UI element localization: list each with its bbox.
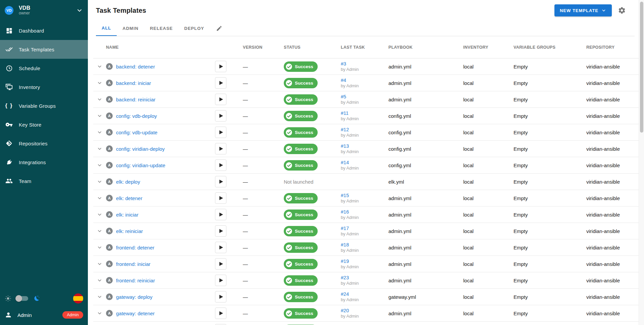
task-link[interactable]: #11 [341,110,359,116]
language-flag-spain[interactable] [73,293,83,304]
run-template-button[interactable] [215,77,226,89]
template-name-link[interactable]: backend: iniciar [116,80,151,86]
expand-row-button[interactable] [93,261,106,267]
task-link[interactable]: #18 [341,242,359,248]
play-icon [219,81,223,85]
template-name-link[interactable]: elk: reiniciar [116,228,143,234]
run-template-button[interactable] [215,192,226,204]
expand-row-button[interactable] [93,96,106,102]
run-template-button[interactable] [215,308,226,319]
run-template-button[interactable] [215,176,226,187]
sidebar-item-repositories[interactable]: Repositories [0,134,88,153]
sidebar-item-integrations[interactable]: Integrations [0,153,88,172]
user-menu[interactable]: Admin Admin [0,307,88,325]
run-template-button[interactable] [215,258,226,270]
expand-row-button[interactable] [93,228,106,234]
run-template-button[interactable] [215,225,226,237]
template-name-link[interactable]: elk: deploy [116,179,140,185]
expand-row-button[interactable] [93,294,106,300]
expand-row-button[interactable] [93,162,106,168]
sidebar-item-dashboard[interactable]: Dashboard [0,21,88,40]
template-name-link[interactable]: frontend: reiniciar [116,278,155,283]
template-name-link[interactable]: gateway: deploy [116,294,152,300]
task-link[interactable]: #12 [341,127,359,133]
task-link[interactable]: #14 [341,160,359,166]
task-link[interactable]: #19 [341,259,359,264]
template-name-link[interactable]: frontend: iniciar [116,261,151,267]
template-name-link[interactable]: elk: iniciar [116,212,139,218]
task-link[interactable]: #4 [341,78,359,83]
expand-row-button[interactable] [93,63,106,69]
expand-row-button[interactable] [93,179,106,185]
task-link[interactable]: #13 [341,143,359,149]
run-template-button[interactable] [215,275,226,286]
tab-deploy[interactable]: DEPLOY [178,21,210,36]
task-link[interactable]: #20 [341,308,359,314]
variable-groups-cell: Empty [514,97,586,102]
task-link[interactable]: #17 [341,226,359,231]
tab-all[interactable]: ALL [96,21,117,36]
ansible-app-icon: A [106,310,113,317]
sidebar-item-inventory[interactable]: Inventory [0,78,88,96]
template-name-link[interactable]: config: vdb-update [116,130,157,135]
expand-row-button[interactable] [93,146,106,152]
status-badge-label: Success [295,196,313,201]
template-name-link[interactable]: config: vdb-deploy [116,113,157,119]
template-name-link[interactable]: backend: reiniciar [116,97,156,102]
expand-row-button[interactable] [93,310,106,316]
expand-row-button[interactable] [93,195,106,201]
expand-row-button[interactable] [93,80,106,86]
expand-row-button[interactable] [93,244,106,250]
template-name-link[interactable]: config: viridian-update [116,162,165,168]
run-template-button[interactable] [215,61,226,72]
task-author: by Admin [341,264,359,270]
run-template-button[interactable] [215,242,226,253]
table-row: A backend: detener — Success [93,58,639,75]
run-template-button[interactable] [215,209,226,220]
run-template-button[interactable] [215,127,226,138]
sidebar-item-task-templates[interactable]: Task Templates [0,40,88,59]
template-name-link[interactable]: frontend: detener [116,245,154,250]
run-template-button[interactable] [215,94,226,105]
template-name-link[interactable]: backend: detener [116,64,155,69]
sidebar-item-key-store[interactable]: Key Store [0,115,88,134]
run-template-button[interactable] [215,143,226,154]
sidebar-item-team[interactable]: Team [0,172,88,190]
vertical-scrollbar[interactable] [639,0,644,325]
template-name-link[interactable]: gateway: detener [116,311,155,316]
settings-button[interactable] [618,6,626,14]
version-cell: — [243,80,284,86]
task-link[interactable]: #16 [341,209,359,215]
expand-row-button[interactable] [93,113,106,119]
template-name-link[interactable]: elk: detener [116,195,142,201]
tab-release[interactable]: RELEASE [144,21,178,36]
ansible-app-icon-letter: A [108,196,111,200]
tab-admin[interactable]: ADMIN [117,21,144,36]
scrollbar-thumb[interactable] [640,2,643,133]
new-template-button[interactable]: NEW TEMPLATE [554,4,612,16]
sidebar-item-variable-groups[interactable]: { } Variable Groups [0,96,88,115]
task-link[interactable]: #24 [341,291,359,297]
task-link[interactable]: #15 [341,193,359,198]
edit-views-button[interactable] [210,21,228,36]
template-name-link[interactable]: config: viridian-deploy [116,146,165,152]
run-template-button[interactable] [215,159,226,171]
repository-cell: viridian-ansible [586,228,639,234]
expand-row-button[interactable] [93,277,106,283]
dark-mode-toggle[interactable] [16,296,28,301]
chevron-down-icon [97,212,103,218]
task-link[interactable]: #3 [341,61,359,67]
toggle-knob[interactable] [15,295,22,302]
status-badge-label: Success [295,262,313,267]
expand-row-button[interactable] [93,129,106,135]
run-template-button[interactable] [215,291,226,303]
project-switcher[interactable]: VD VDB owner [0,0,88,21]
task-link[interactable]: #23 [341,275,359,281]
sidebar-item-schedule[interactable]: Schedule [0,59,88,78]
name-cell: elk: detener [116,195,215,201]
task-link[interactable]: #5 [341,94,359,100]
variable-groups-cell: Empty [514,64,586,69]
variable-groups-cell: Empty [514,80,586,86]
run-template-button[interactable] [215,110,226,122]
expand-row-button[interactable] [93,212,106,218]
